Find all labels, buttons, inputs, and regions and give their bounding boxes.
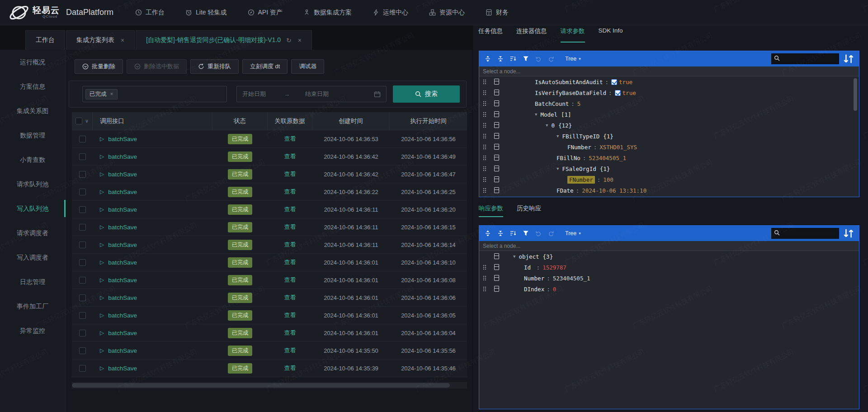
sidebar-item-6[interactable]: 写入队列池 [0, 196, 65, 221]
sort-filter-icon[interactable] [843, 228, 854, 239]
sidebar-item-7[interactable]: 请求调度者 [0, 221, 65, 245]
api-link[interactable]: ▷batchSave [100, 259, 137, 266]
table-row[interactable]: ▷batchSave已完成查看2024-10-06 14:36:112024-1… [72, 201, 467, 218]
tree-node[interactable]: FDate:2024-10-06 13:31:10 [479, 185, 859, 196]
tab-close-icon[interactable]: × [298, 37, 302, 44]
sidebar-item-8[interactable]: 写入调度者 [0, 245, 65, 270]
date-range-picker[interactable]: 开始日期 → 结束日期 [236, 86, 387, 102]
view-link[interactable]: 查看 [284, 258, 296, 266]
tree-search-input[interactable] [771, 53, 839, 64]
table-row[interactable]: ▷batchSave已完成查看2024-10-06 14:35:502024-1… [72, 342, 467, 360]
api-link[interactable]: ▷batchSave [100, 277, 137, 284]
tree-node[interactable]: Id :1529787 [479, 262, 859, 273]
expand-all-icon[interactable] [483, 54, 493, 64]
row-checkbox[interactable] [79, 136, 86, 142]
sidebar-item-5[interactable]: 请求队列池 [0, 172, 65, 196]
toolbar-button-2[interactable]: 重新排队 [190, 59, 239, 74]
table-row[interactable]: ▷batchSave已完成查看2024-10-06 14:36:012024-1… [72, 324, 467, 342]
drag-handle-icon[interactable] [483, 101, 486, 106]
api-link[interactable]: ▷batchSave [100, 189, 137, 195]
row-checkbox[interactable] [79, 277, 86, 284]
nav-item-bolt[interactable]: 运维中心 [373, 9, 408, 17]
drag-handle-icon[interactable] [483, 133, 486, 139]
checked-checkbox-icon[interactable] [615, 90, 621, 96]
expand-toggle-icon[interactable]: ▼ [535, 112, 537, 117]
tree-node[interactable]: IsVerifyBaseDataField:true [479, 87, 859, 98]
filter-icon[interactable] [521, 54, 531, 64]
drag-handle-icon[interactable] [483, 90, 486, 95]
view-link[interactable]: 查看 [284, 294, 296, 302]
row-checkbox[interactable] [79, 347, 86, 354]
api-link[interactable]: ▷batchSave [100, 347, 137, 354]
tree-mode-select[interactable]: Tree▾ [565, 230, 581, 237]
horizontal-scrollbar-thumb[interactable] [72, 383, 450, 388]
drag-handle-icon[interactable] [483, 286, 486, 292]
nav-item-alarm[interactable]: Lite 轻集成 [185, 9, 226, 17]
view-link[interactable]: 查看 [284, 135, 296, 143]
table-row[interactable]: ▷batchSave已完成查看2024-10-06 14:36:422024-1… [72, 148, 467, 166]
table-row[interactable]: ▷batchSave已完成查看2024-10-06 14:36:012024-1… [72, 289, 467, 307]
drag-handle-icon[interactable] [483, 275, 486, 281]
row-checkbox[interactable] [79, 206, 86, 213]
drag-handle-icon[interactable] [483, 166, 486, 171]
tree-node[interactable]: FBillNo:523404505_1 [479, 152, 859, 163]
collapse-all-icon[interactable] [495, 54, 505, 64]
table-row[interactable]: ▷batchSave已完成查看2024-10-06 14:36:222024-1… [72, 183, 467, 201]
api-link[interactable]: ▷batchSave [100, 206, 137, 213]
view-link[interactable]: 查看 [284, 241, 296, 249]
table-row[interactable]: ▷batchSave已完成查看2024-10-06 14:36:012024-1… [72, 254, 467, 271]
nav-item-clock[interactable]: 工作台 [135, 9, 165, 17]
tree-node[interactable]: FNumber:XSTHD01_SYS [479, 142, 859, 152]
table-row[interactable]: ▷batchSave已完成查看2024-10-06 14:36:012024-1… [72, 271, 467, 289]
view-link[interactable]: 查看 [284, 311, 296, 319]
sidebar-item-0[interactable]: 运行概况 [0, 50, 65, 74]
api-link[interactable]: ▷batchSave [100, 153, 137, 160]
sidebar-item-4[interactable]: 小青查数 [0, 147, 65, 172]
page-tab-2[interactable]: [自动爱梨]-销售退货同步(已确认-明细对接)-V1.0↻× [136, 30, 312, 50]
request-tab-3[interactable]: SDK Info [599, 27, 623, 43]
drag-handle-icon[interactable] [483, 144, 486, 150]
request-tab-1[interactable]: 连接器信息 [516, 27, 547, 43]
status-tag-close-icon[interactable]: × [110, 91, 113, 97]
table-row[interactable]: ▷batchSave已完成查看2024-10-06 14:36:532024-1… [72, 130, 467, 148]
drag-handle-icon[interactable] [483, 112, 486, 117]
sidebar-item-11[interactable]: 异常监控 [0, 318, 65, 343]
table-row[interactable]: ▷batchSave已完成查看2024-10-06 14:36:012024-1… [72, 307, 467, 324]
table-row[interactable]: ▷batchSave已完成查看2024-10-06 14:36:112024-1… [72, 236, 467, 254]
expand-toggle-icon[interactable]: ▼ [557, 166, 559, 171]
nav-item-cubes[interactable]: 资源中心 [429, 9, 465, 17]
row-checkbox[interactable] [79, 224, 86, 231]
table-row[interactable]: ▷batchSave已完成查看2024-10-06 14:36:112024-1… [72, 218, 467, 236]
api-link[interactable]: ▷batchSave [100, 136, 137, 142]
toolbar-button-4[interactable]: 调试器 [291, 59, 324, 74]
page-tab-1[interactable]: 集成方案列表× [66, 30, 135, 50]
expand-all-icon[interactable] [483, 228, 493, 238]
view-link[interactable]: 查看 [284, 276, 296, 284]
row-checkbox[interactable] [79, 365, 86, 372]
expand-toggle-icon[interactable]: ▼ [513, 254, 515, 259]
view-link[interactable]: 查看 [284, 346, 296, 355]
view-link[interactable]: 查看 [284, 188, 296, 196]
tree-node[interactable]: ▼FBillTypeID{1} [479, 131, 859, 142]
api-link[interactable]: ▷batchSave [100, 330, 137, 336]
tree-node[interactable]: Number:523404505_1 [479, 273, 859, 284]
sort-filter-icon[interactable] [843, 53, 854, 64]
api-link[interactable]: ▷batchSave [100, 224, 137, 231]
api-link[interactable]: ▷batchSave [100, 365, 137, 372]
drag-handle-icon[interactable] [483, 177, 486, 182]
api-link[interactable]: ▷batchSave [100, 242, 137, 248]
row-checkbox[interactable] [79, 330, 86, 336]
expand-toggle-icon[interactable]: ▼ [546, 123, 548, 128]
row-checkbox[interactable] [79, 171, 86, 178]
selection-dropdown-icon[interactable]: ∨ [85, 118, 89, 124]
row-checkbox[interactable] [79, 153, 86, 160]
checked-checkbox-icon[interactable] [611, 79, 617, 85]
sidebar-item-1[interactable]: 方案信息 [0, 74, 65, 99]
table-row[interactable]: ▷batchSave已完成查看2024-10-06 14:35:392024-1… [72, 360, 467, 377]
page-tab-0[interactable]: 工作台 [25, 30, 65, 50]
filter-icon[interactable] [521, 228, 531, 238]
nav-item-calc[interactable]: 财务 [486, 9, 509, 17]
toolbar-button-0[interactable]: 批量删除 [75, 59, 123, 74]
sort-icon[interactable] [508, 228, 518, 238]
response-tab-0[interactable]: 响应参数 [479, 204, 503, 217]
